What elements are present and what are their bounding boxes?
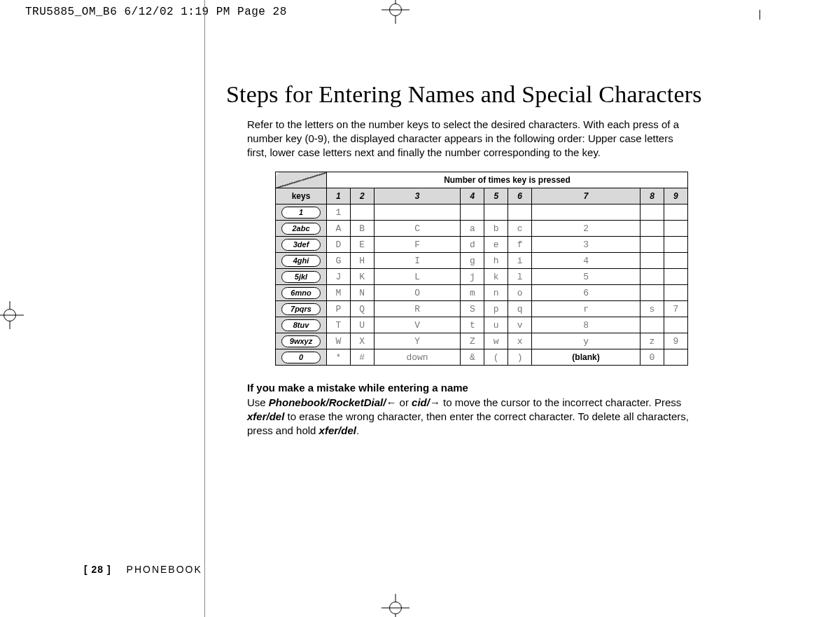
char-cell: J — [327, 269, 351, 285]
char-cell: Y — [374, 333, 461, 349]
page-title: Steps for Entering Names and Special Cha… — [226, 81, 731, 108]
char-cell: h — [484, 253, 508, 269]
char-cell: S — [461, 301, 484, 317]
keycap: 0 — [281, 352, 321, 363]
char-cell: N — [350, 285, 374, 301]
col-6: 6 — [508, 188, 532, 204]
col-3: 3 — [374, 188, 461, 204]
char-cell: L — [374, 269, 461, 285]
keycap-cell: 1 — [276, 204, 327, 221]
char-cell: X — [350, 333, 374, 349]
char-cell: 1 — [327, 204, 351, 221]
section-label: PHONEBOOK — [127, 564, 202, 575]
char-cell — [484, 204, 508, 221]
char-cell: A — [327, 221, 351, 237]
char-cell — [374, 204, 461, 221]
char-cell: 6 — [532, 285, 640, 301]
table-row: 2abcABCabc2 — [276, 221, 688, 237]
page-body: Steps for Entering Names and Special Cha… — [204, 0, 776, 617]
char-cell: V — [374, 317, 461, 333]
char-cell: H — [350, 253, 374, 269]
char-cell: 0 — [640, 349, 664, 366]
char-cell — [640, 285, 664, 301]
keycap-cell: 8tuv — [276, 317, 327, 333]
col-4: 4 — [461, 188, 484, 204]
char-cell: M — [327, 285, 351, 301]
keycap-cell: 4ghi — [276, 253, 327, 269]
char-cell: y — [532, 333, 640, 349]
note-text: Use Phonebook/RocketDial/← or cid/→ to m… — [247, 396, 689, 437]
keycap-cell: 6mno — [276, 285, 327, 301]
char-cell: g — [461, 253, 484, 269]
col-5: 5 — [484, 188, 508, 204]
note-title: If you make a mistake while entering a n… — [247, 382, 468, 394]
char-cell: E — [350, 237, 374, 253]
keycap: 1 — [281, 207, 321, 219]
char-cell: s — [640, 301, 664, 317]
mistake-note: If you make a mistake while entering a n… — [247, 381, 702, 438]
char-cell — [350, 204, 374, 221]
table-row: 9wxyzWXYZwxyz9 — [276, 333, 688, 349]
keycap-cell: 5jkl — [276, 269, 327, 285]
char-cell: U — [350, 317, 374, 333]
char-cell: i — [508, 253, 532, 269]
char-cell — [532, 204, 640, 221]
char-cell: & — [461, 349, 484, 366]
char-cell — [640, 317, 664, 333]
char-cell — [664, 237, 687, 253]
char-cell — [664, 285, 687, 301]
char-cell: n — [484, 285, 508, 301]
table-row: 6mnoMNOmno6 — [276, 285, 688, 301]
char-cell: d — [461, 237, 484, 253]
char-cell: 8 — [532, 317, 640, 333]
char-cell — [508, 204, 532, 221]
char-cell: R — [374, 301, 461, 317]
char-cell: ( — [484, 349, 508, 366]
char-cell: W — [327, 333, 351, 349]
char-cell: f — [508, 237, 532, 253]
registration-mark-icon — [0, 301, 24, 329]
keycap: 8tuv — [281, 319, 321, 331]
col-8: 8 — [640, 188, 664, 204]
char-cell: 9 — [664, 333, 687, 349]
char-cell — [664, 253, 687, 269]
char-cell — [664, 317, 687, 333]
table-row: 7pqrsPQRSpqrs7 — [276, 301, 688, 317]
keycap: 2abc — [281, 223, 321, 235]
keycap: 6mno — [281, 287, 321, 299]
keycap-cell: 3def — [276, 237, 327, 253]
char-cell — [640, 221, 664, 237]
char-cell — [664, 204, 687, 221]
char-cell: O — [374, 285, 461, 301]
char-cell: 3 — [532, 237, 640, 253]
char-cell: u — [484, 317, 508, 333]
char-cell: F — [374, 237, 461, 253]
char-cell: k — [484, 269, 508, 285]
char-cell — [664, 269, 687, 285]
char-cell: 2 — [532, 221, 640, 237]
col-1: 1 — [327, 188, 351, 204]
char-cell: K — [350, 269, 374, 285]
table-top-header: Number of times key is pressed — [327, 172, 688, 188]
char-cell: Q — [350, 301, 374, 317]
character-table: Number of times key is pressed keys 1 2 … — [275, 172, 688, 366]
char-cell — [640, 204, 664, 221]
char-cell — [664, 349, 687, 366]
char-cell: T — [327, 317, 351, 333]
col-2: 2 — [350, 188, 374, 204]
keycap-cell: 2abc — [276, 221, 327, 237]
keycap-cell: 9wxyz — [276, 333, 327, 349]
table-row: 3defDEFdef3 — [276, 237, 688, 253]
table-row: 0*#down&()(blank)0 — [276, 349, 688, 366]
col-7: 7 — [532, 188, 640, 204]
char-cell: x — [508, 333, 532, 349]
keycap-cell: 7pqrs — [276, 301, 327, 317]
char-cell: q — [508, 301, 532, 317]
char-cell: (blank) — [532, 349, 640, 366]
char-cell: down — [374, 349, 461, 366]
char-cell — [640, 237, 664, 253]
keycap: 5jkl — [281, 271, 321, 283]
keycap: 4ghi — [281, 255, 321, 267]
char-cell: 7 — [664, 301, 687, 317]
char-cell: o — [508, 285, 532, 301]
